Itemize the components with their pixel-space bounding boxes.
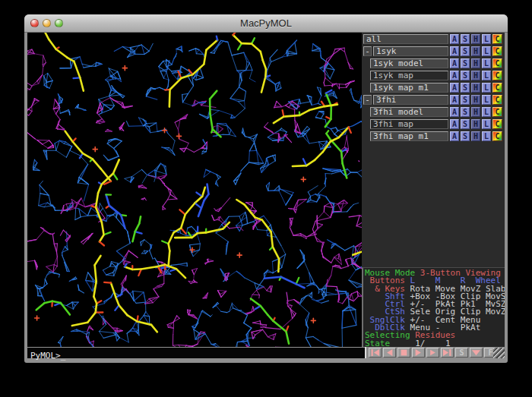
object-row-3fhi_model: 3fhi_modelASHLC [362, 106, 505, 118]
resize-grip[interactable] [493, 348, 505, 358]
label-button-3fhi_model[interactable]: L [482, 107, 491, 117]
object-name-1syk_map_m1[interactable]: 1syk_map_m1 [370, 83, 448, 93]
show-button-1syk[interactable]: S [461, 46, 470, 56]
show-button-3fhi_model[interactable]: S [461, 107, 470, 117]
command-prompt: PyMOL>_ [27, 351, 65, 361]
action-button-1syk_map_m1[interactable]: A [450, 83, 459, 93]
object-list: allASHLC-1sykASHLC1syk_modelASHLC1syk_ma… [362, 33, 505, 143]
object-name-3fhi_map[interactable]: 3fhi_map [370, 119, 448, 129]
show-button-1syk_map_m1[interactable]: S [461, 83, 470, 93]
object-name-3fhi_model[interactable]: 3fhi_model [370, 107, 448, 117]
label-button-1syk_map[interactable]: L [482, 71, 491, 80]
label-button-3fhi_map_m1[interactable]: L [482, 131, 491, 141]
hide-button-3fhi_map[interactable]: H [471, 119, 480, 129]
sidebar-panel: allASHLC-1sykASHLC1syk_modelASHLC1syk_ma… [362, 33, 505, 347]
show-button-1syk_map[interactable]: S [461, 71, 470, 80]
vcr-go-to-end-button[interactable] [441, 348, 454, 358]
color-button-3fhi_model[interactable]: C [492, 107, 502, 117]
color-button-1syk[interactable]: C [492, 46, 502, 56]
movie-controls-bar: SF [365, 347, 505, 358]
action-button-1syk[interactable]: A [450, 46, 459, 56]
viewport-canvas[interactable] [27, 33, 362, 347]
object-name-1syk_model[interactable]: 1syk_model [370, 58, 448, 68]
action-button-3fhi_map[interactable]: A [450, 119, 459, 129]
object-name-3fhi_map_m1[interactable]: 3fhi_map_m1 [370, 131, 448, 141]
label-button-1syk_map_m1[interactable]: L [482, 83, 491, 93]
vcr-step-back-button[interactable] [383, 348, 396, 358]
object-name-3fhi[interactable]: 3fhi [373, 95, 448, 105]
label-button-3fhi[interactable]: L [482, 95, 491, 105]
hide-button-3fhi[interactable]: H [471, 95, 480, 105]
object-row-all: allASHLC [362, 33, 505, 46]
label-button-1syk_model[interactable]: L [482, 58, 491, 68]
collapse-toggle-1syk[interactable]: - [363, 46, 372, 56]
object-row-3fhi: -3fhiASHLC [362, 94, 505, 106]
color-button-all[interactable]: C [492, 34, 502, 44]
object-name-1syk_map[interactable]: 1syk_map [370, 71, 448, 80]
show-button-3fhi[interactable]: S [461, 95, 470, 105]
vcr-go-to-start-button[interactable] [369, 348, 382, 358]
collapse-toggle-3fhi[interactable]: - [363, 95, 372, 105]
label-button-1syk[interactable]: L [482, 46, 491, 56]
mouse-mode-panel[interactable]: Mouse Mode 3-Button Viewing Buttons L M … [362, 267, 505, 347]
hide-button-1syk_map_m1[interactable]: H [471, 83, 480, 93]
color-button-1syk_map_m1[interactable]: C [492, 83, 502, 93]
color-button-3fhi[interactable]: C [492, 95, 502, 105]
object-row-3fhi_map_m1: 3fhi_map_m1ASHLC [362, 131, 505, 143]
object-row-1syk_map: 1syk_mapASHLC [362, 70, 505, 82]
show-button-all[interactable]: S [461, 34, 470, 44]
vcr-step-forward-button[interactable] [426, 348, 439, 358]
hide-button-1syk_map[interactable]: H [471, 71, 480, 80]
object-row-1syk_map_m1: 1syk_map_m1ASHLC [362, 82, 505, 94]
color-button-3fhi_map[interactable]: C [492, 119, 502, 129]
command-input-bar[interactable]: PyMOL>_ [27, 347, 365, 358]
hide-button-1syk_model[interactable]: H [471, 58, 480, 68]
macpymol-window: MacPyMOL allASHLC-1sykASHLC1syk_modelASH… [24, 14, 508, 363]
window-title: MacPyMOL [24, 17, 508, 29]
action-button-all[interactable]: A [450, 34, 459, 44]
hide-button-1syk[interactable]: H [471, 46, 480, 56]
action-button-3fhi[interactable]: A [450, 95, 459, 105]
action-button-1syk_model[interactable]: A [450, 58, 459, 68]
show-button-3fhi_map_m1[interactable]: S [461, 131, 470, 141]
mouse-panel-line-9: State 1/ 1 [365, 340, 505, 347]
object-row-1syk: -1sykASHLC [362, 46, 505, 58]
action-button-3fhi_model[interactable]: A [450, 107, 459, 117]
vcr-buttons: SF [369, 348, 497, 358]
hide-button-all[interactable]: H [471, 34, 480, 44]
hide-button-3fhi_map_m1[interactable]: H [471, 131, 480, 141]
object-name-1syk[interactable]: 1syk [373, 46, 448, 56]
show-button-1syk_model[interactable]: S [461, 58, 470, 68]
action-button-1syk_map[interactable]: A [450, 71, 459, 80]
vcr-play-button[interactable] [412, 348, 425, 358]
object-name-all[interactable]: all [363, 34, 448, 44]
color-button-1syk_model[interactable]: C [492, 58, 502, 68]
desktop-background: MacPyMOL allASHLC-1sykASHLC1syk_modelASH… [0, 0, 532, 397]
show-button-3fhi_map[interactable]: S [461, 119, 470, 129]
hide-button-3fhi_model[interactable]: H [471, 107, 480, 117]
titlebar[interactable]: MacPyMOL [24, 14, 508, 33]
vcr-dropdown-button[interactable] [470, 348, 483, 358]
color-button-1syk_map[interactable]: C [492, 71, 502, 80]
color-button-3fhi_map_m1[interactable]: C [492, 131, 502, 141]
action-button-3fhi_map_m1[interactable]: A [450, 131, 459, 141]
vcr-stop-button[interactable] [397, 348, 410, 358]
object-row-3fhi_map: 3fhi_mapASHLC [362, 118, 505, 131]
label-button-all[interactable]: L [482, 34, 491, 44]
label-button-3fhi_map[interactable]: L [482, 119, 491, 129]
window-content: allASHLC-1sykASHLC1syk_modelASHLC1syk_ma… [27, 33, 505, 358]
object-row-1syk_model: 1syk_modelASHLC [362, 58, 505, 70]
vcr-scene-button[interactable]: S [455, 348, 468, 358]
